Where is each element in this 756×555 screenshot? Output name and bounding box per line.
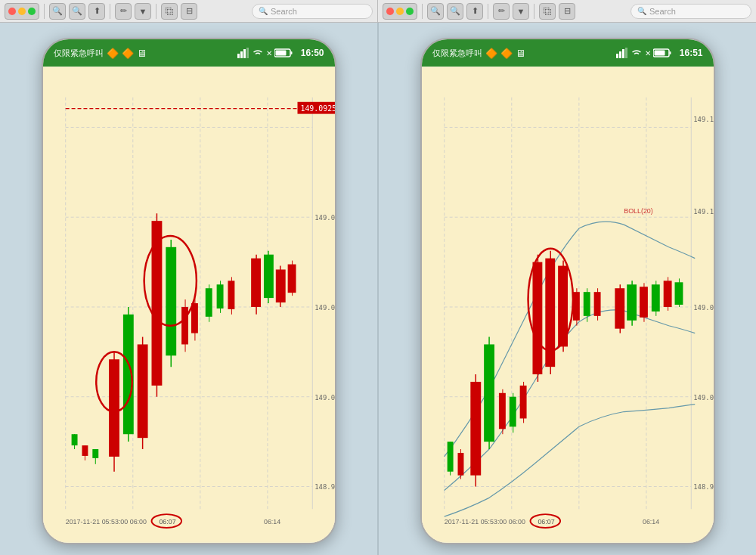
svg-rect-124 (663, 281, 671, 307)
svg-rect-66 (619, 51, 621, 58)
wallet-btn-r[interactable]: ⊟ (559, 3, 575, 20)
svg-text:2017-11-21 05:53:00  06:00: 2017-11-21 05:53:00 06:00 (444, 518, 525, 526)
svg-text:06:07: 06:07 (159, 518, 175, 526)
svg-rect-104 (532, 262, 542, 374)
separator (44, 4, 45, 19)
svg-rect-118 (627, 284, 637, 321)
phone-frame-right: 仅限紧急呼叫 🔶 🔶 🖥 (420, 38, 715, 544)
chart-svg-right: BOLL(20) 149.1523 149.1073 149.0622 149.… (422, 67, 714, 543)
battery-icon-right (653, 48, 671, 57)
svg-rect-42 (181, 307, 188, 344)
svg-rect-110 (572, 292, 579, 321)
zoom-in-btn[interactable]: 🔍 (69, 3, 85, 20)
status-title-right: 仅限紧急呼叫 (432, 48, 482, 59)
toolbar-left: 🔍 🔍 ⬆ ✏ ▼ ⿻ ⊟ 🔍 Search (0, 0, 378, 22)
svg-rect-7 (43, 67, 335, 541)
svg-text:06:14: 06:14 (263, 518, 280, 526)
status-left-r: 仅限紧急呼叫 🔶 🔶 🖥 (432, 48, 617, 59)
search-placeholder-left: Search (271, 7, 297, 16)
svg-text:06:07: 06:07 (538, 518, 554, 526)
phone-panel-right: 仅限紧急呼叫 🔶 🔶 🖥 (379, 23, 756, 555)
status-time-left: 16:50 (293, 48, 324, 58)
svg-rect-36 (137, 344, 147, 438)
svg-rect-1 (240, 51, 243, 58)
status-time-right: 16:51 (671, 48, 702, 58)
signal-icon-left (237, 48, 249, 58)
svg-rect-28 (82, 445, 88, 456)
svg-rect-0 (237, 54, 240, 58)
svg-text:149.0523: 149.0523 (314, 304, 335, 312)
share-btn[interactable]: ⬆ (88, 3, 105, 20)
svg-text:149.0171: 149.0171 (693, 394, 714, 402)
pen-btn-r[interactable]: ✏ (493, 3, 510, 20)
svg-rect-116 (615, 288, 624, 328)
emoji3-left: 🖥 (137, 48, 147, 59)
status-bar-left: 仅限紧急呼叫 🔶 🔶 🖥 (43, 39, 335, 67)
wifi-icon-right (631, 48, 643, 57)
svg-rect-40 (166, 247, 176, 356)
svg-text:149.0622: 149.0622 (693, 304, 714, 312)
zoom-out-btn[interactable]: 🔍 (49, 3, 66, 20)
emoji2-left: 🔶 (122, 48, 134, 59)
svg-text:148.9867: 148.9867 (314, 483, 335, 491)
separator-r2 (488, 4, 488, 19)
chart-area-left: 149.0925 149.0850 149.0523 149.0195 148.… (43, 67, 335, 543)
svg-rect-122 (651, 284, 659, 312)
svg-rect-26 (71, 434, 77, 445)
separator-r1 (422, 4, 423, 19)
svg-text:149.0925: 149.0925 (300, 104, 335, 113)
status-icons-left: ✕ (237, 48, 293, 58)
status-left: 仅限紧急呼叫 🔶 🔶 🖥 (54, 48, 238, 59)
svg-rect-98 (498, 393, 505, 429)
phone-panel-left: 仅限紧急呼叫 🔶 🔶 🖥 (0, 23, 377, 555)
status-icons-right: ✕ (616, 48, 671, 58)
svg-rect-102 (519, 386, 526, 419)
emoji1-left: 🔶 (107, 48, 119, 59)
window-controls[interactable] (5, 3, 39, 20)
search-icon-left: 🔍 (259, 7, 268, 15)
share-btn-r[interactable]: ⬆ (466, 3, 483, 20)
svg-rect-65 (616, 54, 618, 58)
search-placeholder-right: Search (649, 7, 676, 16)
svg-rect-54 (263, 255, 273, 298)
wallet-btn[interactable]: ⊟ (181, 3, 197, 20)
chart-area-right: BOLL(20) 149.1523 149.1073 149.0622 149.… (422, 67, 714, 543)
svg-text:149.0195: 149.0195 (314, 394, 335, 402)
x-icon-left: ✕ (266, 49, 272, 57)
search-box-left[interactable]: 🔍 Search (252, 4, 373, 19)
svg-rect-2 (243, 49, 246, 58)
copy-btn-r[interactable]: ⿻ (539, 3, 556, 20)
svg-rect-48 (216, 284, 223, 309)
dropdown-btn[interactable]: ▼ (135, 3, 151, 20)
pen-btn[interactable]: ✏ (115, 3, 132, 20)
battery-icon-left (274, 48, 293, 57)
emoji1-right: 🔶 (485, 48, 497, 59)
svg-rect-70 (655, 51, 665, 56)
svg-rect-46 (205, 288, 212, 317)
svg-rect-5 (276, 51, 287, 56)
dropdown-btn-r[interactable]: ▼ (513, 3, 529, 20)
signal-icon-right (616, 48, 628, 58)
svg-text:149.1073: 149.1073 (693, 208, 714, 215)
svg-rect-126 (674, 282, 683, 305)
copy-btn[interactable]: ⿻ (161, 3, 178, 20)
separator2 (110, 4, 110, 19)
zoom-in-btn-r[interactable]: 🔍 (447, 3, 463, 20)
svg-rect-114 (593, 292, 600, 316)
status-title-left: 仅限紧急呼叫 (54, 48, 104, 59)
x-icon-right: ✕ (645, 49, 651, 57)
svg-rect-92 (457, 453, 463, 476)
search-icon-right: 🔍 (637, 7, 646, 15)
svg-text:2017-11-21 05:53:00  06:00: 2017-11-21 05:53:00 06:00 (65, 518, 146, 526)
svg-rect-68 (625, 48, 627, 58)
svg-text:149.0850: 149.0850 (314, 214, 335, 222)
svg-rect-52 (251, 259, 261, 307)
zoom-out-btn-r[interactable]: 🔍 (427, 3, 444, 20)
svg-text:BOLL(20): BOLL(20) (624, 207, 653, 215)
svg-rect-112 (583, 292, 590, 316)
svg-rect-67 (622, 49, 624, 58)
svg-rect-90 (447, 442, 453, 472)
window-controls-right[interactable] (383, 3, 417, 20)
svg-rect-100 (509, 397, 516, 427)
search-box-right[interactable]: 🔍 Search (631, 4, 751, 19)
